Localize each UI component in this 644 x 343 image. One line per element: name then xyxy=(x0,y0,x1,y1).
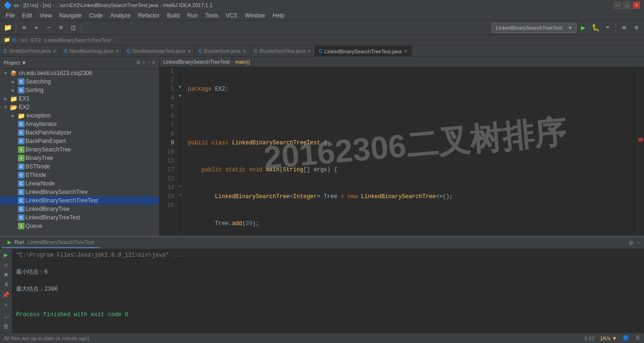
breadcrumb-ss[interactable]: 📁 ss xyxy=(4,37,17,43)
run-play-button[interactable]: ▶ xyxy=(2,251,10,259)
menu-run[interactable]: Run xyxy=(184,10,201,20)
breadcrumb-file[interactable]: LinkedBinarySearchTreeTest xyxy=(45,37,111,43)
middle-area: Project ▼ ⚙ + − ≡ ▼ 📦 cn.edu.besti.cs162… xyxy=(0,57,644,236)
tab-bucketsorttest[interactable]: C BucketSortTest.java ✕ xyxy=(251,46,315,56)
editor-breadcrumb-method[interactable]: main() xyxy=(235,59,250,65)
tab-close-bucketsorttest[interactable]: ✕ xyxy=(307,49,311,54)
code-area[interactable]: 20162306二叉树排序 1 2 3 4 5 6 7 8 9 10 xyxy=(159,67,644,236)
app-icon: 🔷 xyxy=(4,1,12,9)
window-title: ss - [D:\ss] - [ss] - ...\src\EX2\Linked… xyxy=(14,2,212,8)
code-line-3: public class LinkedBinarySearchTreeTest … xyxy=(188,139,634,148)
sidebar-icon-4[interactable]: ≡ xyxy=(152,59,155,66)
toolbar-btn-3[interactable]: − xyxy=(43,22,54,33)
bottom-tab-run[interactable]: ▶ Run LinkedBinarySearchTreeTest xyxy=(2,237,100,248)
minimize-button[interactable]: ─ xyxy=(614,1,621,9)
sidebar-item-linkedbinarysearchtreetest[interactable]: C LinkedBinarySearchTreeTest xyxy=(0,196,159,205)
breadcrumb-ex2[interactable]: EX2 xyxy=(31,37,41,43)
sidebar-item-queue[interactable]: I Queue xyxy=(0,222,159,230)
toolbar-btn-4[interactable]: ≡ xyxy=(55,22,67,33)
i-icon-binarytree: I xyxy=(18,155,25,161)
sidebar-item-exception[interactable]: ▶ 📁 exception xyxy=(0,111,159,120)
menu-build[interactable]: Build xyxy=(163,10,184,20)
sidebar-item-cn-package[interactable]: ▼ 📦 cn.edu.besti.cs1623.csq2306 xyxy=(0,69,159,77)
run-pin-btn[interactable]: 📌 xyxy=(2,291,10,299)
status-time: 9:22 xyxy=(585,335,594,341)
tab-newmaxheap[interactable]: C NewMaxHeap.java ✕ xyxy=(60,46,123,56)
close-button[interactable]: ✕ xyxy=(633,1,640,9)
sidebar-item-searching[interactable]: ▶ C Searching xyxy=(0,77,159,86)
sidebar-item-ex2[interactable]: ▼ 📂 EX2 xyxy=(0,103,159,111)
status-ime[interactable]: 🔵 xyxy=(623,335,629,341)
debug-button[interactable]: 🐛 xyxy=(590,22,601,33)
tab-close-shellsort[interactable]: ✕ xyxy=(52,49,56,54)
menu-window[interactable]: Window xyxy=(241,10,269,20)
tab-close-bucketsort[interactable]: ✕ xyxy=(243,49,246,54)
layout-button[interactable]: ⊞ xyxy=(619,22,630,33)
editor-breadcrumb-file[interactable]: LinkedBinarySearchTreeTest xyxy=(163,59,230,65)
bottom-settings-btn[interactable]: ⚙ xyxy=(627,239,635,247)
tab-close-linkedbst[interactable]: ✕ xyxy=(404,49,408,54)
sidebar-item-btnode[interactable]: C BTNode xyxy=(0,171,159,179)
toolbar-btn-5[interactable]: ◫ xyxy=(67,22,79,33)
output-line-3: 最大结点：2306 xyxy=(16,285,640,293)
menu-tools[interactable]: Tools xyxy=(201,10,222,20)
run-wrap-btn[interactable]: ⤵ xyxy=(2,312,10,321)
code-content[interactable]: package EX2; public class LinkedBinarySe… xyxy=(184,67,637,236)
sidebar-item-ex1[interactable]: ▶ 📁 EX1 xyxy=(0,94,159,103)
sidebar-icon-2[interactable]: + xyxy=(142,59,145,66)
sidebar-item-backpainanalyzer[interactable]: C BackPainAnalyzer xyxy=(0,128,159,137)
run-pause-btn[interactable]: ⏸ xyxy=(2,281,10,289)
exception-label: exception xyxy=(26,112,50,119)
settings-button[interactable]: ⚙ xyxy=(631,22,642,33)
editor-breadcrumb-sep: › xyxy=(232,59,234,65)
c-icon-linearnode: C xyxy=(18,180,25,187)
run-button[interactable]: ▶ xyxy=(577,22,589,33)
toolbar-btn-2[interactable]: + xyxy=(31,22,42,33)
sidebar-header: Project ▼ ⚙ + − ≡ xyxy=(0,57,159,69)
menu-file[interactable]: File xyxy=(2,10,18,20)
tab-bucketsort[interactable]: C BucketSort.java ✕ xyxy=(195,46,251,56)
run-config-box[interactable]: LinkedBinarySearchTreeTest ▼ xyxy=(492,23,577,33)
sidebar-icon-1[interactable]: ⚙ xyxy=(136,59,141,66)
menu-view[interactable]: View xyxy=(36,10,56,20)
sidebar-item-arrayiterator[interactable]: C ArrayIterator xyxy=(0,120,159,128)
sidebar-item-linearnode[interactable]: C LinearNode xyxy=(0,179,159,188)
menu-refactor[interactable]: Refactor xyxy=(134,10,163,20)
sidebar-item-linkedbinarysearchtree[interactable]: C LinkedBinarySearchTree xyxy=(0,188,159,196)
menu-help[interactable]: Help xyxy=(269,10,288,20)
tab-close-newmaxheaptest[interactable]: ✕ xyxy=(187,49,191,54)
run-stop-button[interactable]: ■ xyxy=(2,271,10,279)
tab-newmaxheaptest[interactable]: C NewMaxHeapTest.java ✕ xyxy=(123,46,195,56)
bstnode-label: BSTNode xyxy=(25,163,50,170)
menu-navigate[interactable]: Navigate xyxy=(56,10,85,20)
tab-close-newmaxheap[interactable]: ✕ xyxy=(115,49,119,54)
run-close-btn[interactable]: ✕ xyxy=(2,301,10,309)
menu-vcs[interactable]: VCS xyxy=(222,10,242,20)
sidebar-item-binarytree[interactable]: I BinaryTree xyxy=(0,154,159,162)
tab-shellsort[interactable]: C ShellSortTest.java ✕ xyxy=(0,46,60,56)
sidebar-item-backpainexpert[interactable]: C BackPainExpert xyxy=(0,137,159,145)
sidebar-item-bstnode[interactable]: C BSTNode xyxy=(0,162,159,171)
coverage-button[interactable]: ☂ xyxy=(602,22,613,33)
sidebar-item-linkedbinarytree[interactable]: C LinkedBinaryTree xyxy=(0,205,159,213)
status-lang[interactable]: 英 xyxy=(635,335,640,342)
cn-package-label: cn.edu.besti.cs1623.csq2306 xyxy=(19,70,92,76)
menu-analyze[interactable]: Analyze xyxy=(107,10,134,20)
sidebar-icon-3[interactable]: − xyxy=(147,59,150,66)
linkedbinarytreetest-label: LinkedBinaryTreeTest xyxy=(25,214,80,221)
run-clear-btn[interactable]: 🗑 xyxy=(2,323,10,331)
menu-edit[interactable]: Edit xyxy=(18,10,36,20)
tab-linkedbst[interactable]: C LinkedBinarySearchTreeTest.java ✕ xyxy=(315,46,411,56)
breadcrumb-src[interactable]: src xyxy=(21,37,28,43)
sidebar-item-linkedbinarytreetest[interactable]: C LinkedBinaryTreeTest xyxy=(0,213,159,222)
run-rerun-button[interactable]: ↺ xyxy=(2,261,10,269)
searching-label: Searching xyxy=(25,78,51,85)
sidebar-item-binarysearchtree[interactable]: I BinarySearchTree xyxy=(0,145,159,154)
sidebar-item-sorting[interactable]: ▶ C Sorting xyxy=(0,86,159,94)
maximize-button[interactable]: □ xyxy=(623,1,631,9)
run-output: "C:\Program Files\Java\jdk1.8.0_121\bin\… xyxy=(12,249,644,333)
bottom-close-btn[interactable]: − xyxy=(635,240,642,246)
toolbar-btn-1[interactable]: ⚙ xyxy=(18,22,30,33)
menu-code[interactable]: Code xyxy=(85,10,107,20)
editor-tabs: C ShellSortTest.java ✕ C NewMaxHeap.java… xyxy=(0,45,644,57)
